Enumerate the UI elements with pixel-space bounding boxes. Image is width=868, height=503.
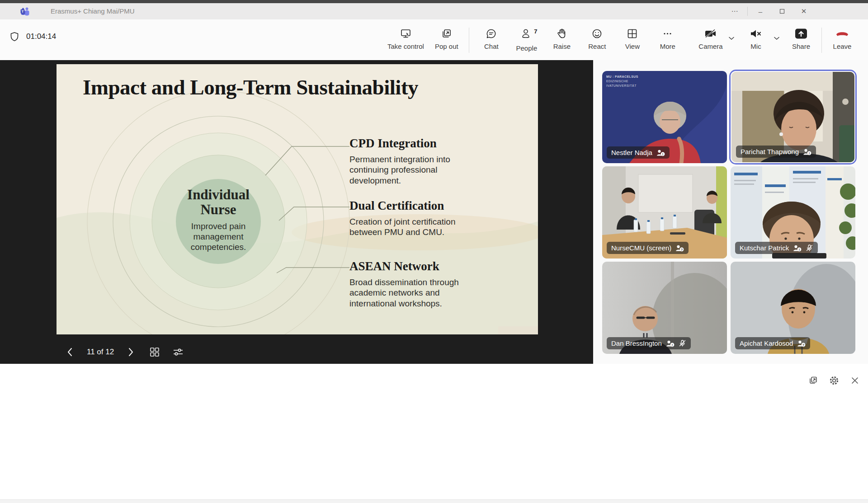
participant-name-badge: NurseCMU (screen) ? (607, 242, 689, 254)
speaker-muted-icon (749, 28, 763, 40)
participant-name-badge: Apichat Kardosod ? (735, 337, 810, 349)
chevron-down-icon (774, 36, 780, 40)
participant-name: Apichat Kardosod (740, 339, 793, 347)
people-button[interactable]: 7 People (510, 25, 543, 55)
svg-text:!: ! (809, 151, 810, 155)
maximize-icon (779, 9, 785, 14)
video-tile-dan-bressington[interactable]: Dan BressIngton ! (602, 262, 727, 354)
view-button[interactable]: View (616, 25, 649, 53)
participant-name: NurseCMU (screen) (611, 244, 671, 252)
svg-text:!: ! (799, 247, 800, 251)
window-more-button[interactable]: ⋯ (726, 3, 744, 19)
window-controls-divider (747, 7, 748, 16)
meeting-toolbar: 01:04:14 Take control Pop out (0, 19, 868, 60)
sliders-icon (173, 347, 184, 357)
mic-options-chevron[interactable] (774, 34, 780, 42)
panel-pop-out-button[interactable] (807, 375, 819, 386)
svg-text:T: T (22, 9, 24, 14)
mic-off-icon (679, 339, 686, 347)
react-button[interactable]: React (580, 25, 614, 53)
video-tile-kutschar-patrick[interactable]: Kutschar Patrick ! (731, 166, 855, 259)
slide-options-button[interactable] (172, 346, 184, 358)
video-tile-nestler-nadja[interactable]: MU : PARACELSUS EDIZINISCHE IVATUNIVERSI… (602, 71, 727, 163)
mic-off-icon (806, 244, 813, 252)
toolbar-divider (821, 28, 822, 53)
people-icon (520, 28, 533, 40)
chevron-down-icon (728, 36, 735, 40)
svg-text:!: ! (671, 343, 673, 347)
chat-icon (485, 28, 497, 40)
slide-grid-view-button[interactable] (148, 346, 161, 358)
video-tile-parichat-thapwong[interactable]: Parichat Thapwong ! (731, 71, 855, 163)
video-tile-nursecmu-screen[interactable]: NurseCMU (screen) ? (602, 166, 727, 259)
slide-item-dual-certification: Dual Certification Creation of joint cer… (349, 199, 483, 238)
diagram-center-body: Improved pain management competencies. (177, 221, 260, 252)
raise-hand-button[interactable]: Raise (545, 25, 579, 53)
slide-item-asean-network: ASEAN Network Broad dissemination throug… (349, 259, 483, 309)
leave-button[interactable]: Leave (826, 25, 859, 53)
raise-hand-icon (556, 28, 568, 40)
camera-options-chevron[interactable] (728, 34, 735, 42)
participant-name: Parichat Thapwong (741, 148, 799, 155)
slide-navigation-bar: 11 of 12 (63, 342, 184, 362)
pop-out-icon (808, 376, 818, 385)
participant-name-badge: Dan BressIngton ! (607, 337, 691, 349)
more-button[interactable]: More (651, 25, 684, 53)
mic-button[interactable]: Mic (739, 25, 773, 53)
share-icon (794, 28, 808, 40)
chat-button[interactable]: Chat (475, 25, 508, 53)
participant-name: Kutschar Patrick (740, 244, 789, 252)
window-controls: ⋯ – ✕ (726, 3, 813, 19)
participant-name-badge: Parichat Thapwong ! (736, 146, 816, 158)
camera-button[interactable]: Camera (694, 25, 727, 53)
shared-slide: Impact and Long-Term Sustainability Indi… (57, 64, 538, 334)
next-slide-button[interactable] (125, 346, 137, 358)
view-icon (626, 28, 638, 40)
toolbar-right-group: Camera Mic (694, 25, 859, 53)
minimize-button[interactable]: – (751, 3, 769, 19)
slide-item-cpd: CPD Integration Permanent integration in… (349, 136, 483, 186)
attendee-question-icon: ? (675, 244, 684, 252)
window-title: Erasmus+ Chiang Mai/PMU (51, 7, 134, 15)
more-icon (661, 28, 674, 40)
share-button[interactable]: Share (784, 25, 818, 53)
maximize-button[interactable] (773, 3, 791, 19)
toolbar-center-group: Take control Pop out Chat (383, 25, 684, 55)
video-tile-apichat-kardosod[interactable]: Apichat Kardosod ? (731, 262, 855, 354)
react-icon (591, 28, 603, 40)
take-control-button[interactable]: Take control (383, 25, 428, 53)
gear-icon (829, 375, 840, 386)
attendee-alert-icon: ! (656, 149, 665, 156)
participant-name: Dan BressIngton (611, 339, 662, 347)
camera-off-icon (704, 28, 717, 40)
close-icon (850, 376, 859, 385)
meeting-duration: 01:04:14 (26, 32, 56, 41)
panel-close-button[interactable] (849, 375, 861, 386)
panel-settings-button[interactable] (828, 375, 840, 386)
bottom-panel (0, 364, 868, 503)
attendee-question-icon: ? (797, 340, 806, 347)
chevron-right-icon (128, 348, 134, 357)
title-bar: T Erasmus+ Chiang Mai/PMU ⋯ – ✕ (0, 3, 868, 19)
participants-panel: MU : PARACELSUS EDIZINISCHE IVATUNIVERSI… (593, 60, 868, 364)
video-grid: MU : PARACELSUS EDIZINISCHE IVATUNIVERSI… (602, 71, 855, 354)
previous-slide-button[interactable] (63, 346, 76, 358)
attendee-alert-icon: ! (793, 244, 802, 252)
participant-name-badge: Kutschar Patrick ! (735, 242, 818, 254)
top-window-strip (0, 0, 868, 3)
grid-icon (150, 347, 160, 357)
shield-icon (9, 31, 20, 42)
attendee-alert-icon: ! (666, 340, 675, 347)
participant-name-badge: Nestler Nadja ! (607, 146, 670, 159)
teams-meeting-window: T Erasmus+ Chiang Mai/PMU ⋯ – ✕ 01:04:14 (0, 0, 868, 503)
leave-call-icon (835, 28, 850, 40)
pop-out-icon (440, 28, 453, 40)
diagram-center-heading: Individual Nurse (177, 187, 260, 217)
slide-page-indicator: 11 of 12 (87, 348, 114, 357)
close-window-button[interactable]: ✕ (795, 3, 813, 19)
bottom-edge-strip (0, 499, 868, 503)
svg-text:?: ? (802, 343, 805, 347)
pop-out-button[interactable]: Pop out (430, 25, 463, 53)
slide-title: Impact and Long-Term Sustainability (83, 75, 418, 99)
svg-text:!: ! (662, 152, 664, 156)
